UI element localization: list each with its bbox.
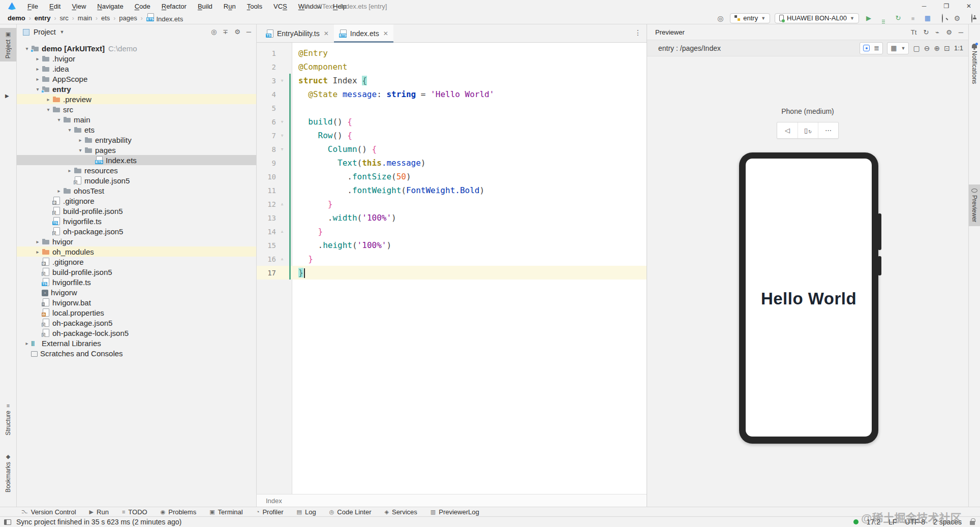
editor-tab-index-ets[interactable]: ETSIndex.ets✕ [334,24,393,42]
tree-item-ets[interactable]: ▾ets [17,125,256,135]
tree-item--gitignore[interactable]: ⊘.gitignore [17,196,256,206]
tool-stripe-bookmarks[interactable]: ◆ Bookmarks [0,450,16,495]
breadcrumb-item[interactable]: src [59,14,68,22]
caret-position[interactable]: 17:2 [867,518,880,526]
indent-setting[interactable]: 2 spaces [933,518,962,526]
grid-view-icon[interactable]: ▦ [891,44,897,52]
tree-chevron-icon[interactable]: ▸ [34,239,42,244]
tree-chevron-icon[interactable]: ▾ [76,147,84,153]
tree-chevron-icon[interactable]: ▸ [44,97,52,102]
tree-item-ohostest[interactable]: ▸ohosTest [17,185,256,196]
zoom-ratio-label[interactable]: 1:1 [954,44,963,52]
frame-select-icon[interactable]: ▢ [913,44,920,52]
tree-chevron-icon[interactable]: ▸ [34,56,42,61]
code-line[interactable]: 6▿ build() { [257,115,647,129]
tree-item-hvigorfile-ts[interactable]: TShvigorfile.ts [17,277,256,287]
font-scale-icon[interactable]: Tt [911,28,917,36]
tree-chevron-icon[interactable]: ▸ [76,137,84,143]
locate-file-icon[interactable]: ◎ [211,28,217,36]
close-tab-icon[interactable]: ✕ [324,30,329,37]
tree-item-demo-arkuitext-[interactable]: ▾demo [ArkUIText]C:\demo [17,43,256,53]
code-editor[interactable]: 1@Entry2@Component3▿struct Index {4 @Sta… [257,43,647,494]
tool-window-profiler[interactable]: ◔Profiler [256,508,284,516]
menu-tools[interactable]: Tools [242,2,267,11]
stripe-expand-icon[interactable]: ▶ [5,93,9,99]
tree-item-module-json5[interactable]: {}module.json5 [17,175,256,185]
panel-settings-icon[interactable]: ⚙ [234,28,240,36]
tree-chevron-icon[interactable]: ▸ [66,168,74,173]
code-line[interactable]: 13 .width('100%') [257,211,647,225]
fold-marker-icon[interactable]: ▿ [276,132,288,139]
tree-chevron-icon[interactable]: ▸ [34,249,42,255]
fold-marker-icon[interactable]: ▿ [276,118,288,125]
tree-chevron-icon[interactable]: ▾ [23,46,31,51]
refresh-icon[interactable]: ↻ [923,28,929,36]
layers-icon[interactable]: ≣ [874,44,879,52]
previewer-settings-icon[interactable]: ⚙ [946,28,952,36]
code-line[interactable]: 14▵ } [257,225,647,238]
menu-edit[interactable]: Edit [45,2,65,11]
menu-build[interactable]: Build [193,2,217,11]
tree-item-appscope[interactable]: ▸AppScope [17,74,256,84]
minimize-button[interactable]: ─ [913,0,935,12]
fold-marker-icon[interactable]: ▵ [276,256,288,262]
tree-chevron-icon[interactable]: ▾ [34,86,42,92]
code-line[interactable]: 2@Component [257,60,647,74]
hide-previewer-icon[interactable]: ─ [959,28,963,36]
tree-chevron-icon[interactable]: ▸ [23,340,31,346]
tree-item-local-properties[interactable]: ılılocal.properties [17,307,256,318]
code-line[interactable]: 1@Entry [257,46,647,60]
module-selector[interactable]: entry ▼ [730,13,770,23]
tool-window-version-control[interactable]: ⌥Version Control [21,508,76,516]
tree-item-scratches-and-consoles[interactable]: Scratches and Consoles [17,348,256,358]
breadcrumb-item[interactable]: ets [101,14,110,22]
menu-vcs[interactable]: VCS [269,2,292,11]
tree-item-resources[interactable]: ▸resources [17,165,256,175]
tool-window-run[interactable]: ▶Run [89,508,109,516]
tree-item--preview[interactable]: ▸.preview [17,94,256,104]
close-tab-icon[interactable]: ✕ [383,30,388,37]
close-button[interactable]: ✕ [958,0,980,12]
tool-stripe-structure[interactable]: ≡ Structure [0,399,16,439]
search-everywhere-button[interactable] [937,14,947,22]
breadcrumb-item[interactable]: pages [119,14,137,22]
menu-file[interactable]: File [23,2,43,11]
code-line[interactable]: 5 [257,101,647,115]
tree-chevron-icon[interactable]: ▾ [66,127,74,133]
stop-button[interactable]: ■ [908,15,918,21]
tool-window-terminal[interactable]: ▣Terminal [209,508,243,516]
fold-marker-icon[interactable]: ▵ [276,201,288,207]
run-button[interactable]: ▶ [864,14,874,22]
tool-stripe-project[interactable]: ▣ Project [0,28,16,61]
breadcrumb-file[interactable]: ETS Index.ets [146,13,183,23]
file-encoding[interactable]: UTF-8 [905,518,925,526]
tree-chevron-icon[interactable]: ▸ [34,76,42,82]
status-message[interactable]: Sync project finished in 35 s 623 ms (2 … [16,518,181,526]
line-separator[interactable]: LF [889,518,897,526]
fit-screen-icon[interactable]: ⊡ [944,44,950,52]
code-line[interactable]: 4 @State message: string = 'Hello World' [257,87,647,101]
code-line[interactable]: 16▵ } [257,252,647,266]
tree-item-hvigorw[interactable]: ›hvigorw [17,287,256,297]
tree-chevron-icon[interactable]: ▾ [44,107,52,112]
code-line[interactable]: 9 Text(this.message) [257,156,647,170]
tree-item-oh-package-json5[interactable]: {}oh-package.json5 [17,226,256,236]
code-line[interactable]: 3▿struct Index { [257,74,647,87]
tool-window-previewerlog[interactable]: ▥PreviewerLog [431,508,479,516]
tree-item-pages[interactable]: ▾pages [17,145,256,155]
menu-run[interactable]: Run [219,2,240,11]
more-options-button[interactable]: ⋯ [818,122,838,138]
tree-item--gitignore[interactable]: ⊘.gitignore [17,257,256,267]
breadcrumb-item[interactable]: demo [8,14,25,22]
tree-item--idea[interactable]: ▸.idea [17,64,256,74]
tree-item-src[interactable]: ▾src [17,104,256,114]
menu-code[interactable]: Code [130,2,155,11]
hide-panel-icon[interactable]: ─ [247,28,251,36]
tree-chevron-icon[interactable]: ▸ [34,66,42,72]
code-line[interactable]: 11 .fontWeight(FontWeight.Bold) [257,183,647,197]
tree-item-hvigorfile-ts[interactable]: TShvigorfile.ts [17,216,256,226]
tool-window-problems[interactable]: ◉Problems [161,508,197,516]
account-button[interactable] [967,14,977,22]
breadcrumb-item[interactable]: main [78,14,92,22]
code-line[interactable]: 15 .height('100%') [257,238,647,252]
